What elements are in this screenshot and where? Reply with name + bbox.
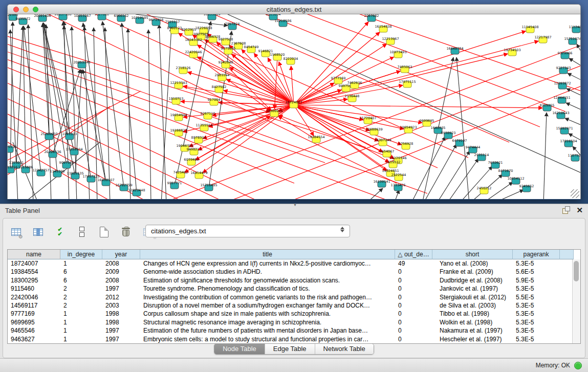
graph-background-edge[interactable] bbox=[423, 144, 456, 199]
graph-background-edge[interactable] bbox=[543, 113, 547, 199]
table-tabs: Node TableEdge TableNetwork Table bbox=[3, 343, 585, 355]
table-cell: 5.3E-5 bbox=[513, 335, 560, 343]
table-body: 1872400712008Changes of HCN gene express… bbox=[8, 259, 580, 343]
table-header-row: namein_degreeyeartitle△ out_de…shortpage… bbox=[8, 250, 580, 259]
graph-background-edge[interactable] bbox=[447, 159, 478, 199]
table-cell: 1 bbox=[60, 259, 102, 268]
column-header-short[interactable]: short bbox=[432, 250, 513, 259]
graph-background-edge[interactable] bbox=[566, 103, 581, 110]
graph-background-edge[interactable] bbox=[148, 30, 151, 199]
graph-node-label: 2718126 bbox=[176, 66, 191, 70]
delete-button[interactable] bbox=[118, 225, 134, 239]
table-row[interactable]: 946554611997Estimation of the future num… bbox=[8, 326, 580, 335]
graph-background-edge[interactable] bbox=[105, 28, 110, 199]
graph-background-edge[interactable] bbox=[456, 57, 469, 199]
table-cell: Hescheler et al. (1997) bbox=[432, 335, 513, 343]
graph-background-edge[interactable] bbox=[492, 190, 524, 199]
graph-edge[interactable] bbox=[83, 70, 106, 183]
graph-edge[interactable] bbox=[24, 26, 41, 173]
graph-background-edge[interactable] bbox=[565, 118, 581, 125]
table-cell: 5.3E-5 bbox=[513, 326, 560, 335]
network-window-titlebar[interactable]: citations_edges.txt bbox=[7, 4, 581, 14]
graph-node-label: 8454749 bbox=[244, 45, 259, 49]
network-window-title: citations_edges.txt bbox=[8, 6, 580, 13]
graph-node-label: 18300295 bbox=[266, 109, 282, 113]
graph-background-edge[interactable] bbox=[394, 190, 399, 199]
table-cell bbox=[560, 301, 574, 310]
table-row[interactable]: 1938455462009Genome-wide association stu… bbox=[8, 268, 580, 276]
network-window[interactable]: citations_edges.txt 21355943557220691406… bbox=[7, 4, 581, 200]
select-rows-button[interactable]: ✔✔ bbox=[52, 225, 68, 239]
table-settings-button[interactable]: ⚙ bbox=[8, 225, 24, 239]
table-row[interactable]: 1456911722003Disruption of a novel membe… bbox=[8, 301, 580, 310]
column-header-title[interactable]: title bbox=[140, 250, 395, 259]
close-panel-icon[interactable]: ✕ bbox=[576, 206, 583, 214]
graph-edge[interactable] bbox=[294, 105, 314, 136]
table-cell: Structural magnetic resonance image aver… bbox=[140, 318, 395, 326]
graph-background-edge[interactable] bbox=[8, 112, 187, 199]
graph-edge[interactable] bbox=[294, 105, 542, 108]
table-cell: 1997 bbox=[102, 335, 140, 343]
graph-background-edge[interactable] bbox=[284, 86, 581, 199]
tab-edge-table[interactable]: Edge Table bbox=[265, 344, 315, 354]
select-columns-button[interactable] bbox=[30, 225, 46, 239]
graph-background-edge[interactable] bbox=[253, 14, 540, 127]
float-panel-icon[interactable] bbox=[562, 206, 570, 214]
table-row[interactable]: 1872400712008Changes of HCN gene express… bbox=[8, 259, 580, 268]
tab-node-table[interactable]: Node Table bbox=[214, 344, 265, 354]
new-document-button[interactable] bbox=[96, 225, 112, 239]
graph-edge[interactable] bbox=[16, 26, 23, 165]
table-row[interactable]: 2242004622012Investigating the contribut… bbox=[8, 293, 580, 301]
graph-node-label: 20837188 bbox=[54, 14, 71, 16]
graph-edge[interactable] bbox=[291, 66, 294, 105]
vertical-scrollbar[interactable] bbox=[572, 259, 580, 343]
table-row[interactable]: 911546021997Tourette syndrome. Phenomeno… bbox=[8, 285, 580, 293]
graph-node-label: 8960123 bbox=[167, 26, 182, 30]
graph-node-label: 9474444 bbox=[466, 145, 481, 149]
column-header-year[interactable]: year bbox=[102, 250, 140, 259]
graph-edge[interactable] bbox=[209, 31, 232, 188]
graph-background-edge[interactable] bbox=[577, 44, 581, 51]
table-cell bbox=[560, 293, 574, 301]
graph-background-edge[interactable] bbox=[8, 65, 294, 183]
graph-edge[interactable] bbox=[294, 105, 422, 123]
graph-node-label: 10688639 bbox=[365, 127, 382, 132]
graph-background-edge[interactable] bbox=[459, 166, 492, 199]
graph-background-edge[interactable] bbox=[569, 58, 581, 65]
memory-status-label: Memory: OK bbox=[536, 362, 570, 369]
graph-node-label: 16120746 bbox=[389, 156, 406, 160]
table-cell: Corpus callosum shape and size in male p… bbox=[140, 310, 395, 318]
graph-edge[interactable] bbox=[294, 41, 538, 105]
resize-grip-icon[interactable] bbox=[571, 189, 579, 198]
tab-network-table[interactable]: Network Table bbox=[315, 344, 374, 354]
table-row[interactable]: 946362711997Embryonic stem cells: a mode… bbox=[8, 335, 580, 343]
table-selector-dropdown[interactable]: citations_edges.txt bbox=[145, 225, 350, 237]
graph-edge[interactable] bbox=[23, 26, 26, 170]
table-row[interactable]: 1830029562008Estimation of significance … bbox=[8, 276, 580, 285]
graph-edge[interactable] bbox=[122, 23, 137, 193]
table-cell: 5.3E-5 bbox=[513, 259, 560, 268]
column-header-out_de[interactable]: △ out_de… bbox=[395, 250, 432, 259]
network-canvas[interactable]: 2135594355722069140620837188106532671527… bbox=[7, 14, 581, 199]
graph-background-edge[interactable] bbox=[567, 89, 581, 95]
graph-edge[interactable] bbox=[294, 57, 394, 105]
graph-background-edge[interactable] bbox=[568, 73, 581, 80]
splitter-arrow-icon[interactable]: ▾ bbox=[294, 203, 296, 207]
table-cell: 0 bbox=[395, 285, 432, 293]
row-height-button[interactable] bbox=[74, 225, 90, 239]
graph-node-label: 1527602 bbox=[95, 14, 110, 16]
scrollbar-thumb[interactable] bbox=[574, 261, 579, 281]
column-header-pagerank[interactable]: pagerank bbox=[513, 250, 560, 259]
gear-icon: ⚙ bbox=[18, 234, 23, 239]
column-header-in_degree[interactable]: in_degree bbox=[60, 250, 102, 259]
graph-edge[interactable] bbox=[188, 72, 294, 105]
column-header-name[interactable]: name bbox=[8, 250, 60, 259]
table-cell: Dudbridge et al. (2008) bbox=[432, 276, 513, 285]
graph-edge[interactable] bbox=[179, 85, 270, 112]
table-row[interactable]: 977716911998Corpus callosum shape and si… bbox=[8, 310, 580, 318]
graph-edge[interactable] bbox=[75, 70, 81, 176]
graph-background-edge[interactable] bbox=[437, 151, 470, 199]
table-row[interactable]: 969969511998Structural magnetic resonanc… bbox=[8, 318, 580, 326]
graph-background-edge[interactable] bbox=[128, 29, 130, 199]
table-cell: Disruption of a novel member of a sodium… bbox=[140, 301, 395, 310]
